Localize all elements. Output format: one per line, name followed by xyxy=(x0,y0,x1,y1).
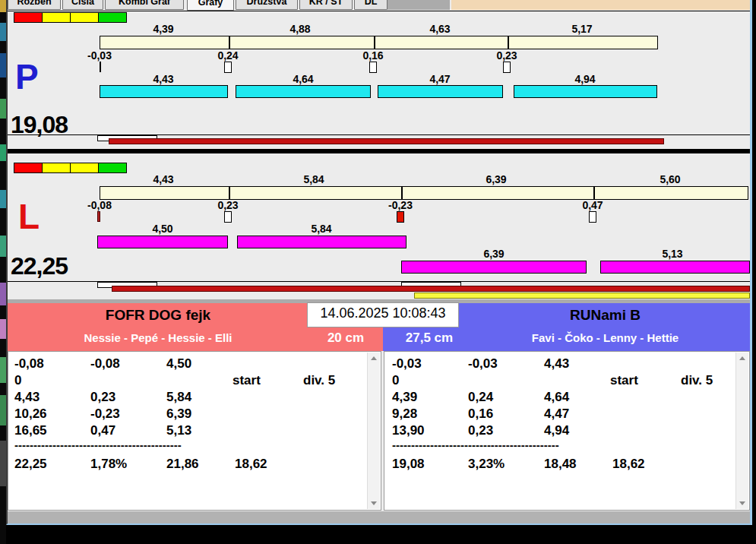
cell-start: start xyxy=(610,373,638,388)
l-progress-bar-yellow xyxy=(414,293,750,299)
total-percent: 3,23% xyxy=(468,457,505,472)
cell: 5,84 xyxy=(166,390,191,405)
tab-cisla[interactable]: Čísla xyxy=(62,0,103,10)
chevron-up-icon[interactable] xyxy=(739,356,745,360)
l-start-fault-tick xyxy=(97,211,100,222)
p-top-split-4: 5,17 xyxy=(552,23,612,35)
p-dog-split-2: 4,64 xyxy=(273,73,334,85)
cell: 0,16 xyxy=(468,406,493,422)
tab-dl[interactable]: DL xyxy=(354,0,387,10)
status-light-red xyxy=(14,163,43,173)
cell: 13,90 xyxy=(392,423,425,438)
scrollbar[interactable] xyxy=(735,353,748,509)
l-change-marker-3 xyxy=(589,211,596,223)
cell: 0,23 xyxy=(468,423,493,438)
cell: 4,39 xyxy=(392,390,417,405)
status-light-green xyxy=(99,12,127,23)
team-left-dogs: Nessie - Pepé - Hessie - Elli xyxy=(8,331,308,344)
cell: 4,94 xyxy=(544,423,569,438)
p-delta-1: -0,03 xyxy=(69,49,130,62)
p-change-marker-1 xyxy=(224,62,232,73)
l-top-split-2: 5,84 xyxy=(283,173,344,185)
p-opponent-split-bar xyxy=(100,36,658,49)
chevron-down-icon[interactable] xyxy=(371,501,377,505)
cell-division: div. 5 xyxy=(681,373,713,388)
lane-p-letter: P xyxy=(15,59,39,94)
l-fault-marker xyxy=(397,211,404,223)
p-dog-bar-1 xyxy=(100,85,228,98)
p-start-tick xyxy=(100,62,101,72)
total-time: 19,08 xyxy=(392,457,425,472)
l-dog-split-2: 5,84 xyxy=(291,223,352,235)
results-table-right: -0,03 -0,03 4,43 0 start div. 5 4,39 0,2… xyxy=(384,351,750,511)
cell: -0,03 xyxy=(392,356,422,372)
cell: 4,47 xyxy=(544,406,569,422)
cell: -0,08 xyxy=(14,356,44,372)
total-clean: 21,86 xyxy=(166,457,199,472)
tab-bar: Rozběh Čísla Kombi Graf Grafy Družstva K… xyxy=(8,0,750,11)
total-time: 22,25 xyxy=(14,457,47,472)
p-delta-3: 0,16 xyxy=(343,49,403,62)
team-right-dogs: Favi - Čoko - Lenny - Hettie xyxy=(460,331,750,344)
total-clean: 18,48 xyxy=(544,457,577,472)
scrollbar[interactable] xyxy=(367,353,380,509)
cell: -0,03 xyxy=(468,356,498,372)
cell: 4,64 xyxy=(544,390,569,405)
p-change-marker-2 xyxy=(369,62,377,73)
tab-kr-st[interactable]: KR / ST xyxy=(299,0,353,10)
p-top-split-1: 4,39 xyxy=(133,23,194,35)
cell: 0,24 xyxy=(468,390,493,405)
desktop-edge-strip xyxy=(0,0,6,544)
l-top-split-4: 5,60 xyxy=(640,173,701,185)
p-dog-bar-4 xyxy=(514,85,657,98)
tab-grafy[interactable]: Grafy xyxy=(187,0,234,11)
tab-rozbeh[interactable]: Rozběh xyxy=(8,0,61,10)
lane-l-letter: L xyxy=(18,199,40,234)
l-delta-4: 0,47 xyxy=(562,199,623,211)
l-dog-bar-1 xyxy=(97,236,228,248)
cell: 0 xyxy=(14,373,21,388)
tab-druzstva[interactable]: Družstva xyxy=(236,0,298,10)
p-progress-bar xyxy=(109,138,664,144)
l-dog-split-4: 5,13 xyxy=(642,248,703,260)
cell: 6,39 xyxy=(166,406,191,422)
l-progress-bar-red xyxy=(112,286,750,292)
cell: 9,28 xyxy=(392,406,417,422)
status-light-yellow2 xyxy=(71,12,99,23)
p-dog-split-1: 4,43 xyxy=(133,73,194,85)
cell: 4,43 xyxy=(14,390,40,405)
l-delta-3: -0,23 xyxy=(370,199,431,211)
cell: -0,23 xyxy=(90,406,120,422)
p-dog-split-4: 4,94 xyxy=(555,73,615,85)
total-percent: 1,78% xyxy=(90,457,127,472)
l-top-split-1: 4,43 xyxy=(133,173,194,185)
screen: Rozběh Čísla Kombi Graf Grafy Družstva K… xyxy=(0,0,756,544)
total-record: 18,62 xyxy=(235,457,267,472)
team-left-name: FOFR DOG fejk xyxy=(8,307,308,324)
p-delta-2: 0,24 xyxy=(198,49,258,62)
titlebar-sliver xyxy=(451,0,750,10)
status-light-yellow1 xyxy=(43,12,71,23)
l-dog-split-3: 6,39 xyxy=(463,248,524,260)
p-delta-4: 0,23 xyxy=(476,49,537,62)
cell: 10,26 xyxy=(14,406,47,422)
p-top-split-2: 4,88 xyxy=(270,23,331,35)
table-separator: ----------------------------------------… xyxy=(392,438,559,451)
status-light-yellow2 xyxy=(71,163,99,173)
cell: 0,23 xyxy=(90,390,115,405)
l-delta-2: 0,23 xyxy=(198,199,258,211)
lane-p-status-lights xyxy=(14,12,127,26)
cell: 5,13 xyxy=(166,423,191,438)
cell: 0,47 xyxy=(90,423,115,438)
status-light-yellow1 xyxy=(43,163,71,173)
cell: -0,08 xyxy=(90,356,120,372)
tab-kombi-graf[interactable]: Kombi Graf xyxy=(105,0,184,10)
p-top-split-3: 4,63 xyxy=(410,23,470,35)
chevron-down-icon[interactable] xyxy=(739,501,745,505)
cell-start: start xyxy=(232,373,261,388)
window-bottom-bar xyxy=(8,511,750,523)
p-dog-bar-2 xyxy=(236,85,371,98)
p-dog-split-3: 4,47 xyxy=(410,73,470,85)
lane-l-total-time: 22,25 xyxy=(11,252,68,280)
chevron-up-icon[interactable] xyxy=(371,356,377,360)
